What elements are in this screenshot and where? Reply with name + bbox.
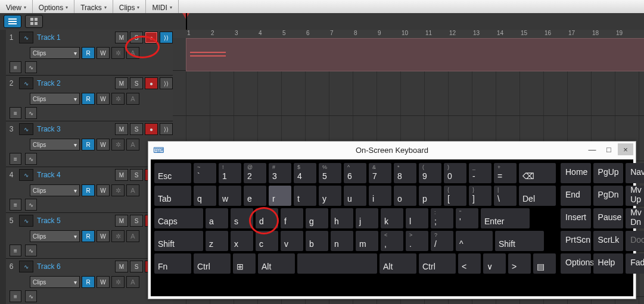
key-mvdn[interactable]: Mv Dn	[626, 208, 644, 228]
key-x[interactable]: x	[231, 231, 253, 251]
key-a[interactable]: a	[206, 208, 228, 228]
osk-close-button[interactable]: ×	[618, 143, 633, 155]
track-expand-button[interactable]: ≡	[10, 107, 21, 119]
input-echo-button[interactable]: ⟩⟩	[160, 77, 173, 89]
read-automation-button[interactable]: R	[82, 139, 95, 151]
mute-button[interactable]: M	[115, 261, 128, 272]
track-settings-button[interactable]: ∿	[25, 153, 37, 165]
key-r[interactable]: r	[269, 186, 291, 206]
key-nav[interactable]: Nav	[626, 163, 644, 183]
key-pgup[interactable]: PgUp	[593, 163, 624, 183]
track-settings-button[interactable]: ∿	[25, 245, 37, 256]
menu-midi[interactable]: MIDI▾	[146, 0, 178, 13]
key-insert[interactable]: Insert	[561, 208, 591, 228]
waveform-icon[interactable]: ∿	[19, 169, 33, 181]
track-expand-button[interactable]: ≡	[10, 199, 21, 211]
key-scrlk[interactable]: ScrLk	[593, 231, 624, 251]
read-automation-button[interactable]: R	[82, 184, 95, 196]
view-list-button[interactable]	[4, 15, 21, 28]
archive-button[interactable]: A	[126, 184, 139, 196]
track-expand-button[interactable]: ≡	[10, 61, 21, 73]
key-shift[interactable]: Shift	[154, 231, 203, 251]
clips-dropdown[interactable]: Clips▾	[30, 139, 80, 151]
key-w[interactable]: w	[219, 186, 241, 206]
track-name[interactable]: Track 1	[36, 33, 113, 42]
key-[interactable]: ⊞	[233, 253, 256, 274]
clips-dropdown[interactable]: Clips▾	[30, 93, 80, 105]
read-automation-button[interactable]: R	[82, 47, 95, 59]
key-tab[interactable]: Tab	[154, 186, 191, 206]
waveform-icon[interactable]: ∿	[19, 215, 33, 227]
key-alt[interactable]: Alt	[379, 253, 416, 274]
key-space[interactable]	[297, 253, 377, 274]
archive-button[interactable]: A	[126, 93, 139, 105]
menu-view[interactable]: View▾	[0, 0, 33, 13]
solo-button[interactable]: S	[130, 77, 143, 89]
key-f[interactable]: f	[281, 208, 303, 228]
fx-slot-button[interactable]: ✲	[111, 230, 125, 242]
read-automation-button[interactable]: R	[82, 230, 95, 242]
waveform-icon[interactable]: ∿	[19, 123, 33, 135]
write-automation-button[interactable]: W	[97, 93, 110, 105]
fx-slot-button[interactable]: ✲	[111, 93, 125, 105]
key-dock[interactable]: Dock	[626, 231, 644, 251]
mute-button[interactable]: M	[115, 215, 128, 227]
key-pgdn[interactable]: PgDn	[593, 186, 624, 206]
key-[interactable]: <,	[381, 231, 403, 251]
key-ctrl[interactable]: Ctrl	[419, 253, 456, 274]
key-[interactable]: :;	[431, 208, 453, 228]
key-[interactable]: ∨	[483, 253, 506, 274]
key-5[interactable]: %5	[319, 163, 341, 183]
key-prtscn[interactable]: PrtScn	[561, 231, 591, 251]
menu-clips[interactable]: Clips▾	[113, 0, 147, 13]
key-8[interactable]: *8	[394, 163, 416, 183]
read-automation-button[interactable]: R	[82, 276, 95, 288]
menu-tracks[interactable]: Tracks▾	[74, 0, 113, 13]
key-[interactable]: _-	[469, 163, 491, 183]
key-pause[interactable]: Pause	[593, 208, 624, 228]
write-automation-button[interactable]: W	[97, 47, 110, 59]
view-grid-button[interactable]	[25, 15, 43, 28]
track-name[interactable]: Track 5	[36, 217, 113, 225]
osk-titlebar[interactable]: ⌨ On-Screen Keyboard — □ ×	[148, 142, 636, 158]
solo-button[interactable]: S	[130, 123, 143, 135]
track-expand-button[interactable]: ≡	[10, 245, 21, 256]
key-4[interactable]: $4	[294, 163, 316, 183]
waveform-icon[interactable]: ∿	[19, 32, 33, 43]
key-[interactable]: ~`	[194, 163, 216, 183]
solo-button[interactable]: S	[130, 215, 143, 227]
key-[interactable]: >.	[406, 231, 428, 251]
archive-button[interactable]: A	[126, 230, 139, 242]
key-l[interactable]: l	[406, 208, 428, 228]
track-name[interactable]: Track 4	[36, 171, 113, 179]
key-q[interactable]: q	[194, 186, 216, 206]
input-echo-button[interactable]: ⟩⟩	[160, 32, 173, 43]
key-3[interactable]: #3	[269, 163, 291, 183]
clips-dropdown[interactable]: Clips▾	[30, 184, 80, 196]
key-alt[interactable]: Alt	[258, 253, 295, 274]
mute-button[interactable]: M	[115, 169, 128, 181]
key-v[interactable]: v	[281, 231, 303, 251]
fx-slot-button[interactable]: ✲	[111, 139, 125, 151]
write-automation-button[interactable]: W	[97, 230, 110, 242]
key-enter[interactable]: Enter	[481, 208, 530, 228]
track-settings-button[interactable]: ∿	[25, 290, 37, 302]
track-name[interactable]: Track 3	[36, 125, 113, 133]
key-e[interactable]: e	[244, 186, 266, 206]
fx-slot-button[interactable]: ✲	[111, 184, 125, 196]
track-settings-button[interactable]: ∿	[25, 107, 37, 119]
key-help[interactable]: Help	[593, 253, 624, 274]
key-fn[interactable]: Fn	[154, 253, 191, 274]
input-echo-button[interactable]: ⟩⟩	[160, 123, 173, 135]
key-j[interactable]: j	[356, 208, 378, 228]
write-automation-button[interactable]: W	[97, 276, 110, 288]
waveform-icon[interactable]: ∿	[19, 77, 33, 89]
read-automation-button[interactable]: R	[82, 93, 95, 105]
fx-slot-button[interactable]: ✲	[111, 47, 125, 59]
key-home[interactable]: Home	[561, 163, 591, 183]
mute-button[interactable]: M	[115, 123, 128, 135]
mute-button[interactable]: M	[115, 32, 128, 43]
key-mvup[interactable]: Mv Up	[626, 186, 644, 206]
key-0[interactable]: )0	[444, 163, 466, 183]
key-shift[interactable]: Shift	[495, 231, 544, 251]
